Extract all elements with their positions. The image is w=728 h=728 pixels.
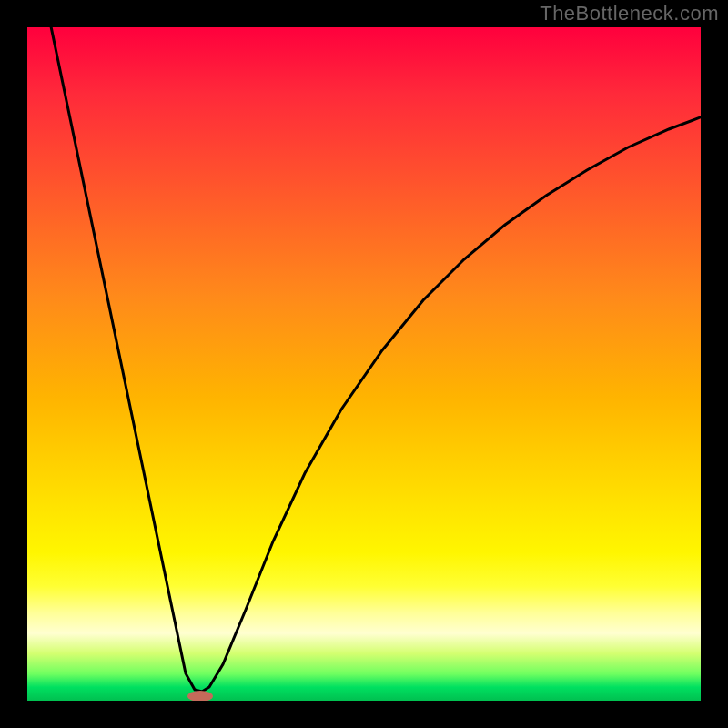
plot-area	[27, 27, 701, 701]
curve-svg	[27, 27, 701, 701]
bottleneck-curve-line	[47, 27, 701, 692]
chart-frame: TheBottleneck.com	[0, 0, 728, 728]
minimum-marker	[187, 691, 213, 701]
watermark-text: TheBottleneck.com	[540, 2, 719, 25]
